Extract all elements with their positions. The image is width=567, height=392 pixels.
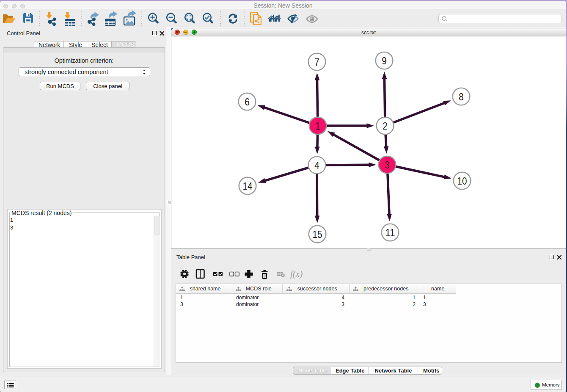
svg-text:4: 4 <box>314 160 319 171</box>
svg-text:1: 1 <box>315 120 320 132</box>
svg-text:6: 6 <box>245 96 250 108</box>
svg-text:f(x): f(x) <box>290 269 303 279</box>
svg-text:8: 8 <box>459 91 464 102</box>
svg-text:14: 14 <box>243 180 253 192</box>
svg-text:11: 11 <box>385 227 395 238</box>
svg-text:3: 3 <box>385 159 390 171</box>
svg-text:15: 15 <box>313 229 322 240</box>
svg-text:7: 7 <box>314 56 319 68</box>
svg-text:10: 10 <box>457 175 467 187</box>
svg-text:2: 2 <box>383 120 388 132</box>
svg-text:9: 9 <box>382 55 387 66</box>
